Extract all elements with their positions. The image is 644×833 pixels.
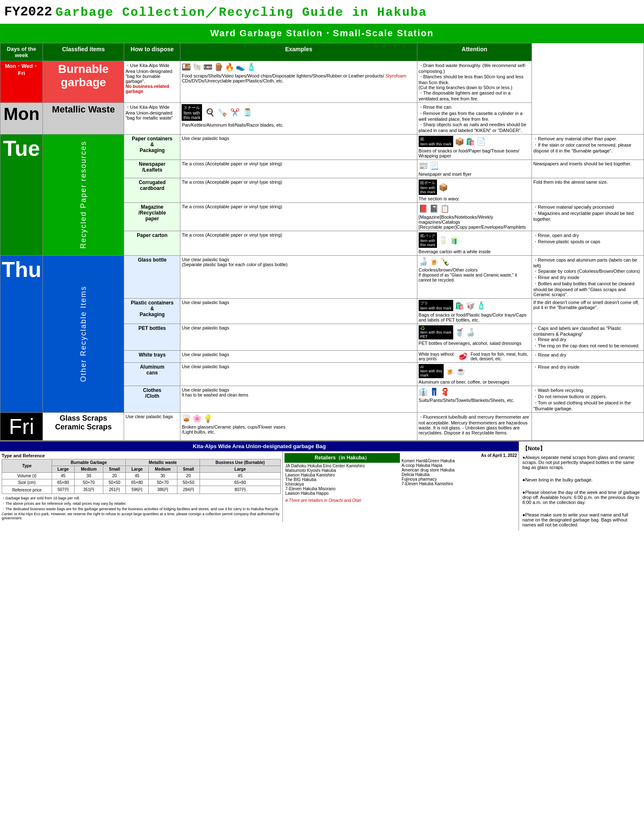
metallic-icon-3: ✂️ (230, 108, 240, 117)
note-item-2: ●Never bring in the bulky garbage. (522, 477, 641, 482)
retailer-7: Lawson Hakuba Happo (285, 491, 399, 496)
col-attention: Attention (417, 43, 532, 61)
pet-mark-row: ♻️Item with this markPET 🥤 🍶 (419, 325, 530, 339)
examples-plastic-containers: プラItem with this mark 🛍️ 🥡 🧴 Bags of sna… (417, 299, 532, 324)
metallic-mark-row: スチールItem withthis mark 🍳 🪚 ✂️ 🫙 (182, 104, 415, 121)
examples-aluminum-cans: AlItem with thismark 🍺 ☕ Aluminum cans o… (417, 363, 532, 386)
day-cell-fri: Fri (0, 413, 43, 441)
bag-price-bus-l: 807円 (200, 486, 281, 494)
col-header-row: Days of the week Classfied items How to … (0, 43, 644, 61)
examples-burnable-icons: 🍱 🐚 📼 🪵 🔥 👟 🧴 (182, 62, 415, 72)
attention-pet-bottles: ・Caps and labels are classified as "Plas… (532, 324, 644, 351)
subitem-glass-bottle: Glass bottle (124, 256, 180, 299)
burnable-icon-2: 🐚 (192, 62, 202, 72)
row-paper-containers: Tue Recycled Paper resources Paper conta… (0, 135, 644, 160)
dispose-aluminum-cans: Use clear palastic bags (180, 363, 417, 386)
bag-size-bus-l: 65×80 (200, 479, 281, 486)
carton-icon-2: 🧃 (449, 236, 459, 245)
bag-price-b-m: 351円 (75, 486, 103, 494)
newspaper-icon-2: 📃 (429, 161, 439, 170)
dispose-paper-carton: Tie a cross (Acceptable paper or vinyl t… (180, 231, 417, 256)
carton-mark-row: 紙パックItem withthis mark 🥛 🧃 (419, 232, 530, 248)
bottom-section: Kita-Alps Wide Area Union-designated gar… (0, 441, 644, 531)
attention-glass-bottle: ・Remove caps and aluminum parts (labels … (532, 256, 644, 299)
plastic-icon-3: 🧴 (477, 301, 486, 310)
cat-recycled-paper: Recycled Paper resources (43, 135, 124, 256)
subitem-corrugated: Corrugatedcardboard (124, 178, 180, 203)
examples-magazine-text: [Magazine]Books/Notebooks/Weekly magazin… (419, 214, 526, 229)
retailer-5: Ichinokiya (285, 482, 399, 486)
notes-header: 【Note】 (522, 445, 641, 452)
examples-metallic-text: Pan/Kettles/Aluminum foil/Nails/Razor bl… (182, 122, 284, 127)
page: FY2022 Garbage Collection／Recycling Guid… (0, 0, 644, 531)
dispose-plastic-containers: Use clear palastic bags (180, 299, 417, 324)
col-days: Days of the week (0, 43, 43, 61)
cat-glass-scraps: Glass ScrapsCeramic Scraps (43, 413, 124, 441)
attention-newspaper: Newspapers and inserts should be tied to… (532, 160, 644, 178)
examples-corrugated: 段ボールItem withthis mark 📦 The section is … (417, 178, 532, 203)
retailers-col-2: As of April 1, 2022 Komeri Hard&Green Ha… (402, 453, 517, 496)
magazine-icons: 📕 📓 📋 (419, 204, 530, 213)
bag-size-b-l: 65×80 (52, 479, 74, 486)
plastic-mark-row: プラItem with this mark 🛍️ 🥡 🧴 (419, 300, 530, 311)
examples-burnable: 🍱 🐚 📼 🪵 🔥 👟 🧴 Food scraps/Shells/Video t… (180, 61, 417, 103)
corrugated-mark-row: 段ボールItem withthis mark 📦 (419, 180, 530, 195)
bag-content: Type and Reference Type Burnable Garbage… (0, 451, 519, 522)
retailer2-5: Fujinoya pharmacy (402, 477, 517, 481)
attention-plastic-containers: If the dirt doesn't come off or smell do… (532, 299, 644, 324)
metallic-icon-2: 🪚 (218, 108, 227, 117)
attention-metallic: ・Rinse the can.・Remove the gas from the … (417, 103, 532, 135)
bag-size-m-m: 50×70 (148, 479, 177, 486)
attention-clothes: ・Wash before recycling.・Do not remove bu… (532, 386, 644, 413)
bag-size-large-b: Large (52, 466, 74, 473)
paper-icon-2: 🛍️ (466, 137, 475, 146)
col-howto: How to dispose (124, 43, 180, 61)
examples-paper-carton: 紙パックItem withthis mark 🥛 🧃 Beverage cart… (417, 231, 532, 256)
station-header: Ward Garbage Station・Small-Scale Station (0, 24, 644, 43)
dispose-burnable-text: ・Use Kita-Alps Wide Area Union-designate… (125, 63, 172, 84)
row-glass-bottle: Thu Other Recyclable Items Glass bottle … (0, 256, 644, 299)
attention-pet-text: ・Caps and labels are classified as "Plas… (533, 326, 639, 348)
cat-metallic: Metallic Waste (43, 103, 124, 135)
examples-carton-text: Beverage carton with a white inside (419, 249, 491, 254)
magazine-icon-3: 📋 (440, 204, 449, 213)
examples-plastic-text: Bags of snacks or food/Plastic bags/Colo… (419, 312, 527, 322)
bag-label-price: Reference price (2, 486, 52, 494)
attention-paper-containers: ・Remove any material other than paper.・I… (532, 135, 644, 160)
bag-vol-bus-l: 45 (200, 473, 281, 479)
subitem-pet-bottles: PET bottles (124, 324, 180, 351)
aluminum-icon-1: 🍺 (445, 367, 454, 376)
bottom-note-3: ・The dedicated business waste bags are f… (2, 506, 281, 520)
examples-clothes-text: Suits/Pants/Shirts/Towels/Blankets/Sheet… (419, 398, 514, 403)
glass-scraps-icon-3: 💡 (203, 414, 212, 423)
glass-scraps-icon-1: 🥃 (182, 414, 191, 423)
examples-burnable-text: Food scraps/Shells/Video tapes/Wood chip… (182, 73, 406, 83)
paper-containers-mark-row: 紙Item with this mark 📦 🛍️ 📄 (419, 136, 530, 147)
otari-note: ※ There are retailers in Omachi and Otar… (285, 498, 517, 503)
plastic-icon-1: 🛍️ (455, 301, 464, 310)
examples-paper-containers-text: Boxes of snacks or food/Paper bag/Tissue… (419, 148, 519, 158)
bag-size-m-l: 65×80 (126, 479, 148, 486)
bag-size-small-m: Small (177, 466, 200, 473)
retailers-list-2: Komeri Hard&Green Hakuba A-coop Hakuba H… (402, 459, 517, 486)
attention-white-trays: ・Rinse and dry (532, 351, 644, 363)
cat-other-recyclable: Other Recyclable Items (43, 256, 124, 413)
magazine-icon-2: 📓 (429, 204, 439, 213)
title-row: FY2022 Garbage Collection／Recycling Guid… (0, 0, 644, 24)
retailers-list: JA Daihoku Hokuba Eino Center Kamishiro … (285, 463, 400, 496)
attention-burnable: ・Drain food waste thoroughly. (We recomm… (417, 61, 532, 103)
bag-vol-b-s: 20 (103, 473, 126, 479)
dispose-magazine: Tie a cross (Acceptable paper or vinyl t… (180, 203, 417, 231)
paper-icon-3: 📄 (477, 137, 486, 146)
attention-magazine-text: ・Remove material specially processed・Mag… (533, 205, 634, 222)
newspaper-icons: 📰 📃 (419, 161, 530, 170)
note-item-4: ●Please make sure to write your ward nam… (522, 512, 641, 527)
bag-price-m-l: 596円 (126, 486, 148, 494)
corrugated-icon-1: 📦 (439, 183, 448, 192)
examples-glass-scraps-text: Broken glasses/Ceramic plates, cups/Flow… (182, 424, 285, 434)
clothes-icon-1: 👔 (419, 387, 428, 397)
carton-mark: 紙パックItem withthis mark (419, 232, 437, 248)
bag-vol-m-s: 20 (177, 473, 200, 479)
paper-icon-1: 📦 (455, 137, 464, 146)
attention-aluminum-cans: ・Rinse and dry inside (532, 363, 644, 386)
